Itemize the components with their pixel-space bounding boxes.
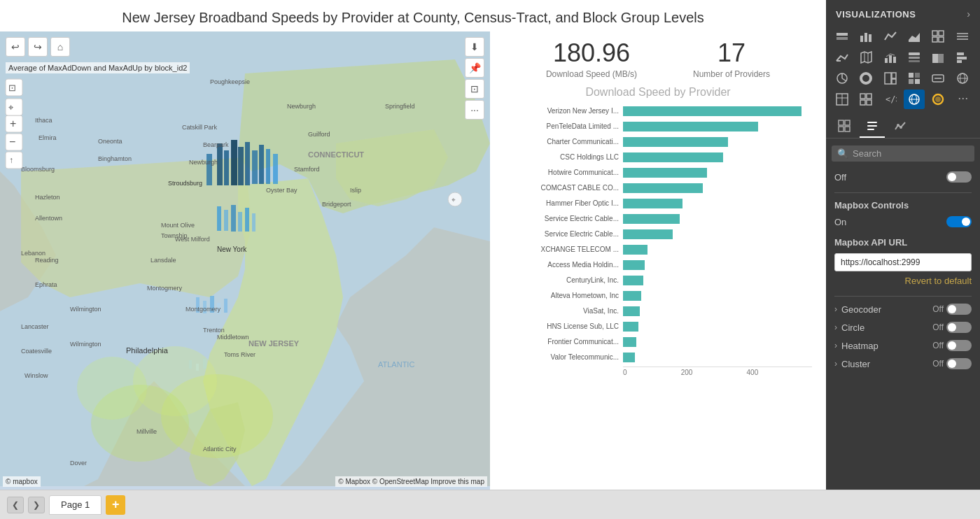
- geocoder-chevron[interactable]: ›: [834, 304, 837, 314]
- bottom-bar: ❮ ❯ Page 1 +: [0, 490, 980, 519]
- svg-point-149: [899, 126, 902, 129]
- pin-map-button[interactable]: 📌: [465, 58, 484, 78]
- svg-rect-90: [869, 34, 872, 42]
- viz-icon-more[interactable]: ···: [952, 90, 974, 110]
- viz-expand-button[interactable]: ›: [967, 8, 970, 20]
- viz-icon-map[interactable]: [855, 48, 876, 67]
- circle-toggle-thumb: [948, 323, 956, 332]
- bar-container: [623, 106, 812, 116]
- bar-label: HNS License Sub, LLC: [504, 322, 623, 330]
- viz-icon-bar-h[interactable]: [952, 48, 973, 67]
- bar-container: [623, 260, 812, 270]
- back-button[interactable]: ↩: [6, 37, 25, 57]
- heatmap-chevron[interactable]: ›: [834, 341, 837, 350]
- viz-icon-ribbon[interactable]: [904, 48, 925, 67]
- bar-fill: [623, 214, 680, 224]
- bar-container: [623, 337, 812, 347]
- svg-rect-117: [892, 73, 896, 78]
- svg-text:Binghamton: Binghamton: [98, 155, 132, 162]
- search-box[interactable]: 🔍: [832, 145, 974, 162]
- page-1-tab[interactable]: Page 1: [49, 495, 102, 515]
- viz-panel-title: VISUALIZATIONS: [836, 9, 916, 20]
- home-button[interactable]: ⌂: [50, 37, 70, 57]
- bar-fill: [623, 306, 640, 316]
- viz-icon-line[interactable]: [880, 27, 901, 46]
- forward-button[interactable]: ↪: [28, 37, 48, 57]
- circle-chevron[interactable]: ›: [834, 322, 837, 332]
- svg-text:Newburgh: Newburgh: [287, 103, 316, 110]
- svg-rect-14: [238, 212, 242, 232]
- viz-icon-scatter[interactable]: [927, 27, 948, 46]
- svg-rect-107: [938, 54, 944, 63]
- settings-section: Off Mapbox Controls On Mapbox: [826, 166, 980, 490]
- viz-icon-table[interactable]: [832, 90, 853, 109]
- svg-text:Bearpark: Bearpark: [203, 141, 229, 148]
- bar-container: [623, 122, 812, 131]
- main-toggle-switch[interactable]: [946, 171, 972, 183]
- bar-fill: [623, 183, 703, 193]
- heatmap-toggle-track[interactable]: [946, 340, 972, 351]
- bar-container: [623, 229, 812, 239]
- mapbox-controls-label: Mapbox Controls: [834, 200, 972, 211]
- kpi-row: 180.96 Download Speed (MB/s) 17 Number o…: [504, 38, 812, 79]
- next-page-button[interactable]: ❯: [28, 497, 45, 513]
- circle-state: Off: [932, 322, 944, 332]
- main-toggle-track[interactable]: [946, 171, 972, 183]
- sub-tab-format[interactable]: [860, 115, 885, 138]
- bar-row: Charter Communicati...: [504, 135, 812, 148]
- svg-text:Atlantic City: Atlantic City: [203, 446, 237, 453]
- svg-rect-133: [860, 100, 865, 105]
- viz-icon-donut[interactable]: [855, 69, 876, 88]
- viz-icon-stacked-bar[interactable]: [832, 27, 853, 46]
- svg-text:New York: New York: [217, 246, 247, 253]
- bar-row: Service Electric Cable...: [504, 227, 812, 241]
- svg-rect-131: [860, 94, 865, 99]
- cluster-toggle-track[interactable]: [946, 358, 972, 369]
- bar-row: COMCAST CABLE CO...: [504, 181, 812, 194]
- mapbox-controls-toggle-track[interactable]: [946, 216, 972, 227]
- viz-icon-combo[interactable]: [880, 48, 901, 67]
- bar-label: PenTeleData Limited ...: [504, 122, 623, 130]
- kpi-download-label: Download Speed (MB/s): [546, 69, 637, 79]
- viz-icon-table-list[interactable]: [952, 27, 973, 46]
- viz-icon-bar[interactable]: [855, 27, 876, 46]
- sub-tab-analytics[interactable]: [888, 115, 913, 138]
- bar-fill: [623, 122, 758, 131]
- bar-fill: [623, 276, 643, 285]
- viz-icon-arc[interactable]: [927, 90, 948, 109]
- viz-icon-treemap[interactable]: [880, 69, 901, 88]
- svg-text:Islip: Islip: [350, 187, 361, 194]
- more-map-button[interactable]: ···: [465, 100, 484, 120]
- viz-icon-matrix[interactable]: [904, 69, 925, 88]
- api-url-input[interactable]: [834, 253, 972, 271]
- geocoder-toggle-track[interactable]: [946, 304, 972, 315]
- expand-map-button[interactable]: ⊡: [465, 79, 484, 99]
- viz-icon-area[interactable]: [904, 27, 925, 46]
- kpi-download-value: 180.96: [546, 38, 637, 68]
- bar-fill: [623, 199, 682, 208]
- revert-button[interactable]: Revert to default: [834, 276, 972, 286]
- svg-rect-106: [932, 54, 938, 63]
- prev-page-button[interactable]: ❮: [7, 497, 24, 513]
- bar-fill: [623, 137, 728, 147]
- search-input[interactable]: [853, 148, 970, 159]
- viz-icon-100-stacked[interactable]: [927, 48, 948, 67]
- viz-icon-globe[interactable]: [952, 69, 973, 88]
- cluster-chevron[interactable]: ›: [834, 359, 837, 369]
- viz-icon-card[interactable]: [927, 69, 948, 88]
- bar-row: Hotwire Communicat...: [504, 166, 812, 179]
- bar-label: COMCAST CABLE CO...: [504, 184, 623, 192]
- download-map-button[interactable]: ⬇: [465, 37, 484, 57]
- svg-rect-78: [6, 152, 22, 169]
- circle-toggle-track[interactable]: [946, 322, 972, 333]
- svg-text:Stamford: Stamford: [294, 166, 320, 173]
- svg-point-115: [863, 76, 869, 81]
- viz-icon-matrix2[interactable]: [855, 90, 876, 109]
- mapbox-controls-toggle-switch[interactable]: [946, 216, 972, 227]
- viz-icon-pie[interactable]: [832, 69, 853, 88]
- viz-icon-code[interactable]: </>: [880, 90, 901, 109]
- viz-icon-waterfall[interactable]: [832, 48, 853, 67]
- add-page-button[interactable]: +: [106, 495, 125, 515]
- viz-icon-globe-active[interactable]: [904, 90, 925, 109]
- sub-tab-fields[interactable]: [832, 115, 857, 138]
